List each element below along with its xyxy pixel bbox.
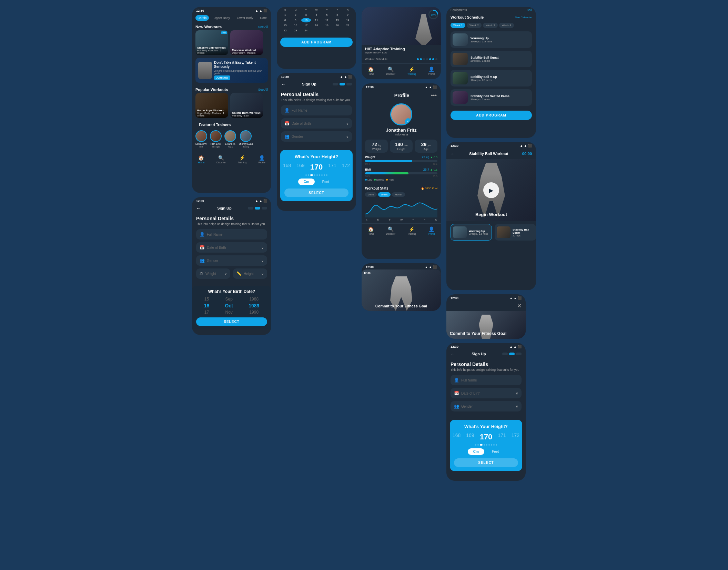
cal-day-20[interactable]: 20 bbox=[332, 23, 342, 28]
field-gender-br[interactable]: 👥 Gender ∨ bbox=[451, 401, 522, 411]
cal-day-11[interactable]: 11 bbox=[312, 18, 321, 22]
field-height-bl[interactable]: 📏 Height ∨ bbox=[233, 268, 267, 279]
popular-card-rope[interactable]: Battle Rope Workout Upper Body • Medium … bbox=[195, 93, 228, 118]
cal-day-6[interactable]: 6 bbox=[332, 13, 342, 17]
field-gender-top[interactable]: 👥 Gender ∨ bbox=[281, 131, 352, 142]
week-tab-3[interactable]: Week 3 bbox=[483, 23, 498, 28]
week-tab-2[interactable]: Week 2 bbox=[467, 23, 482, 28]
playlist-item-0[interactable]: Warming Up 30 reps / 1.5 mins bbox=[451, 224, 492, 241]
week-tab-4[interactable]: Week 4 bbox=[499, 23, 514, 28]
cal-day-3[interactable]: 3 bbox=[301, 13, 311, 17]
hiit-nav-profile[interactable]: 👤 Profile bbox=[428, 67, 435, 75]
height-select-btn-br[interactable]: SELECT bbox=[454, 458, 518, 467]
statusbar-signup-top: 12:30 ▲ ▲ ⬛ bbox=[277, 73, 356, 79]
trainer-item-1[interactable]: Rich Errol Strength bbox=[210, 130, 222, 148]
schedule-item-1[interactable]: Stability Ball Squat 20 reps / 1 mins bbox=[451, 51, 532, 67]
ws-tab-month[interactable]: Month bbox=[392, 192, 405, 197]
workout-card-muscular[interactable]: Muscular Workout Upper Body • Medium bbox=[230, 30, 263, 55]
trainer-item-0[interactable]: Edward W. HIIT bbox=[195, 130, 207, 148]
profile-nav-home[interactable]: 🏠 Home bbox=[367, 226, 374, 235]
cal-day-7[interactable]: 7 bbox=[343, 13, 353, 17]
weight-metric-label: Weight bbox=[365, 155, 375, 159]
cal-day-1[interactable]: 1 bbox=[280, 13, 290, 17]
cal-day-15[interactable]: 15 bbox=[280, 23, 290, 28]
hiit-nav-training[interactable]: ⚡ Training bbox=[407, 67, 416, 75]
cal-day-22[interactable]: 22 bbox=[280, 28, 290, 33]
player-back-button[interactable]: ← bbox=[451, 151, 455, 156]
new-workouts-see-all[interactable]: See All bbox=[258, 25, 268, 29]
signup-top-back[interactable]: ← bbox=[281, 81, 286, 87]
workout-card-stability[interactable]: Free Stability Ball Workout Full Body • … bbox=[195, 30, 228, 55]
schedule-add-button[interactable]: ADD PROGRAM bbox=[451, 111, 532, 120]
unit-feet-btn-br[interactable]: Feet bbox=[486, 448, 505, 455]
schedule-item-3[interactable]: Stability Ball Seated Press 90 reps / 2 … bbox=[451, 89, 532, 106]
height-select-button[interactable]: SELECT bbox=[284, 189, 348, 197]
trainer-item-2[interactable]: Elliana R. Yoga bbox=[224, 130, 236, 148]
birthdate-select-button[interactable]: SELECT bbox=[196, 317, 267, 326]
nav-profile[interactable]: 👤 Profile bbox=[259, 155, 265, 164]
play-button[interactable]: ▶ bbox=[483, 182, 499, 198]
unit-feet-btn[interactable]: Feet bbox=[317, 179, 335, 185]
pr-training-icon: ⚡ bbox=[409, 226, 415, 232]
avatar-edit-icon[interactable]: ✏ bbox=[405, 118, 411, 124]
promo-join-button[interactable]: JOIN NOW bbox=[214, 75, 230, 80]
see-calendar-link[interactable]: See Calendar bbox=[515, 16, 532, 19]
popular-card-calorie[interactable]: Calorie Burn Workout Full Body • Low bbox=[230, 93, 263, 118]
nav-discover[interactable]: 🔍 Discover bbox=[216, 155, 226, 164]
popular-see-all[interactable]: See All bbox=[258, 88, 268, 91]
cal-day-12[interactable]: 12 bbox=[322, 18, 332, 22]
cat-tab-upper[interactable]: Upper Body bbox=[212, 15, 232, 21]
cal-day-10[interactable]: 10 bbox=[301, 18, 311, 22]
add-program-button[interactable]: ADD PROGRAM bbox=[280, 38, 353, 47]
bmi-fill bbox=[365, 172, 408, 174]
cal-day-21[interactable]: 21 bbox=[343, 23, 353, 28]
hiit-nav-home[interactable]: 🏠 Home bbox=[367, 67, 374, 75]
field-fn-br[interactable]: 👤 Full Name bbox=[451, 375, 522, 385]
cal-day-18[interactable]: 18 bbox=[312, 23, 321, 28]
popular-card-rope-name: Battle Rope Workout bbox=[197, 109, 226, 112]
field-weight-bl[interactable]: ⚖ Weight ∨ bbox=[196, 268, 230, 279]
field-gender-bl[interactable]: 👥 Gender ∨ bbox=[196, 255, 267, 266]
nav-home[interactable]: 🏠 Home bbox=[198, 155, 204, 164]
field-dob-br[interactable]: 📅 Date of Birth ∨ bbox=[451, 388, 522, 398]
cat-tab-cardio[interactable]: Cardio bbox=[195, 15, 209, 21]
profile-nav-discover[interactable]: 🔍 Discover bbox=[386, 226, 395, 235]
cat-tab-lower[interactable]: Lower Body bbox=[235, 15, 255, 21]
unit-cm-btn-br[interactable]: Cm bbox=[468, 448, 484, 455]
modal-close-button[interactable]: ✕ bbox=[517, 303, 522, 309]
home-screen: 12:30 ▲ ▲ ⬛ Cardio Upper Body Lower Body… bbox=[192, 7, 271, 193]
cat-tab-core[interactable]: Core bbox=[258, 15, 269, 21]
trainer-item-3[interactable]: Jhonny Evan Boxing bbox=[239, 130, 253, 148]
week-tab-1[interactable]: Week 1 bbox=[451, 23, 465, 28]
cal-day-8[interactable]: 8 bbox=[280, 18, 290, 22]
profile-nav-profile[interactable]: 👤 Profile bbox=[428, 226, 435, 235]
cal-day-23[interactable]: 23 bbox=[291, 28, 300, 33]
field-fullname-top[interactable]: 👤 Full Name bbox=[281, 105, 352, 115]
cal-day-19[interactable]: 19 bbox=[322, 23, 332, 28]
cal-day-17[interactable]: 17 bbox=[301, 23, 311, 28]
cal-day-13[interactable]: 13 bbox=[332, 18, 342, 22]
signup-br-back[interactable]: ← bbox=[451, 351, 455, 357]
cal-day-4[interactable]: 4 bbox=[312, 13, 321, 17]
cal-day-14[interactable]: 14 bbox=[343, 18, 353, 22]
field-dob-top[interactable]: 📅 Date of Birth ∨ bbox=[281, 118, 352, 129]
nav-training[interactable]: ⚡ Training bbox=[238, 155, 246, 164]
cal-day-2[interactable]: 2 bbox=[291, 13, 300, 17]
profile-options-icon[interactable]: ••• bbox=[431, 92, 437, 99]
profile-nav-training[interactable]: ⚡ Training bbox=[407, 226, 416, 235]
signup-bl-back[interactable]: ← bbox=[196, 205, 201, 211]
cal-day-16[interactable]: 16 bbox=[291, 23, 300, 28]
cal-day-24[interactable]: 24 bbox=[301, 28, 311, 33]
h-dot-9 bbox=[326, 174, 327, 176]
cal-day-9[interactable]: 9 bbox=[291, 18, 300, 22]
ws-tab-daily[interactable]: Daily bbox=[365, 192, 377, 197]
ws-tab-week[interactable]: Week bbox=[378, 192, 391, 197]
hiit-nav-discover[interactable]: 🔍 Discover bbox=[386, 67, 395, 75]
playlist-item-1[interactable]: Stability Ball Squat 20 reps bbox=[495, 224, 536, 241]
cal-day-5[interactable]: 5 bbox=[322, 13, 332, 17]
field-fullname-bl[interactable]: 👤 Full Name bbox=[196, 229, 267, 240]
schedule-item-2[interactable]: Stability Ball V-Up 10 reps / 20 secs bbox=[451, 70, 532, 86]
field-dob-bl[interactable]: 📅 Date of Birth ∨ bbox=[196, 242, 267, 253]
schedule-item-0[interactable]: Warming Up 30 reps / 1.5 mins bbox=[451, 31, 532, 48]
unit-cm-btn[interactable]: Cm bbox=[298, 179, 315, 185]
